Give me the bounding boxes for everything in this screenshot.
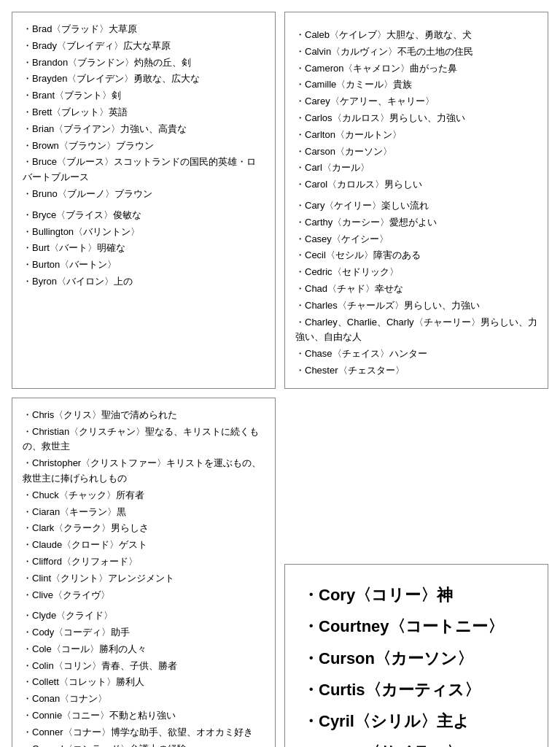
list-item: Cecil〈セシル〉障害のある [295, 247, 537, 264]
list-item: Conner〈コナー〉博学な助手、欲望、オオカミ好き [23, 724, 265, 741]
list-item: Cory〈コリー〉神 [303, 579, 530, 611]
list-item: Brayden〈ブレイデン〉勇敢な、広大な [23, 71, 265, 88]
list-item: Clark〈クラーク〉男らしさ [23, 520, 265, 537]
list-item: Caleb〈ケイレブ〉大胆な、勇敢な、犬 [295, 27, 537, 44]
list-item: Curtis〈カーティス〉 [303, 674, 530, 705]
list-item: Brian〈ブライアン〉力強い、高貴な [23, 121, 265, 138]
list-item: Conrad〈コンラッド〉弁護士の経験 [23, 741, 265, 747]
list-item: Bruce〈ブルース〉スコットランドの国民的英雄・ロバートブルース [23, 154, 265, 186]
card-c-names-intro: Caleb〈ケイレブ〉大胆な、勇敢な、犬Calvin〈カルヴィン〉不毛の土地の住… [284, 12, 548, 389]
b-names-list: Brad〈ブラッド〉大草原Brady〈ブレイディ〉広大な草原Brandon〈ブラ… [23, 21, 265, 290]
list-item: Curson〈カーソン〉 [303, 643, 530, 674]
list-item: Carol〈カロルス〉男らしい [295, 177, 537, 193]
list-item: Bullington〈バリントン〉 [23, 224, 265, 241]
list-item: Burt〈バート〉明確な [23, 240, 265, 257]
list-item: Brett〈ブレット〉英語 [23, 104, 265, 121]
list-item: Chuck〈チャック〉所有者 [23, 487, 265, 504]
list-item: Charley、Charlie、Charly〈チャーリー〉男らしい、力強い、自由… [295, 314, 537, 347]
list-item: Burton〈バートン〉 [23, 257, 265, 274]
list-item: Chad〈チャド〉幸せな [295, 281, 537, 298]
list-item: Cody〈コーディ〉助手 [23, 624, 265, 641]
list-item: Carthy〈カーシー〉愛想がよい [295, 214, 537, 231]
list-item: Byron〈バイロン〉上の [23, 274, 265, 290]
chris-names-list: Chris〈クリス〉聖油で清められたChristian〈クリスチャン〉聖なる、キ… [23, 407, 265, 747]
list-item: Christian〈クリスチャン〉聖なる、キリストに続くもの、救世主 [23, 424, 265, 456]
list-item: Calvin〈カルヴィン〉不毛の土地の住民 [295, 44, 537, 61]
card-chris-names: Chris〈クリス〉聖油で清められたChristian〈クリスチャン〉聖なる、キ… [12, 398, 276, 747]
list-item: Clifford〈クリフォード〉 [23, 554, 265, 570]
card-cory-names: Cory〈コリー〉神Courtney〈コートニー〉Curson〈カーソン〉Cur… [284, 564, 548, 747]
c-names-intro-list: Caleb〈ケイレブ〉大胆な、勇敢な、犬Calvin〈カルヴィン〉不毛の土地の住… [295, 27, 537, 379]
list-item: Chase〈チェイス〉ハンター [295, 346, 537, 363]
list-item: Clint〈クリント〉アレンジメント [23, 570, 265, 587]
list-item: Cole〈コール〉勝利の人々 [23, 641, 265, 658]
list-item: Bruno〈ブルーノ〉ブラウン [23, 186, 265, 203]
cory-names-list: Cory〈コリー〉神Courtney〈コートニー〉Curson〈カーソン〉Cur… [303, 579, 530, 747]
list-item: Carlos〈カルロス〉男らしい、力強い [295, 110, 537, 127]
list-item: Carl〈カール〉 [295, 160, 537, 177]
list-item: Carson〈カーソン〉 [295, 144, 537, 160]
list-item: Clyde〈クライド〉 [23, 608, 265, 624]
list-item: Christopher〈クリストファー〉キリストを運ぶもの、救世主に捧げられしも… [23, 455, 265, 487]
list-item: Ciaran〈キーラン〉黒 [23, 504, 265, 521]
list-item: Bryce〈ブライス〉俊敏な [23, 207, 265, 224]
list-item: Colin〈コリン〉青春、子供、勝者 [23, 658, 265, 675]
list-item: Chester〈チェスター〉 [295, 363, 537, 379]
list-item: Cary〈ケイリー〉楽しい流れ [295, 198, 537, 214]
card-b-names: Brad〈ブラッド〉大草原Brady〈ブレイディ〉広大な草原Brandon〈ブラ… [12, 12, 276, 389]
list-item: Conan〈コナン〉 [23, 691, 265, 708]
card-cory-area: Cory〈コリー〉神Courtney〈コートニー〉Curson〈カーソン〉Cur… [284, 398, 548, 747]
list-item: Collett〈コレット〉勝利人 [23, 674, 265, 691]
list-item: Courtney〈コートニー〉 [303, 611, 530, 642]
list-item: Cyril〈シリル〉主よ [303, 705, 530, 737]
list-item: Casey〈ケイシー〉 [295, 231, 537, 248]
list-item: Cameron〈キャメロン〉曲がった鼻 [295, 61, 537, 77]
list-item: Carlton〈カールトン〉 [295, 127, 537, 144]
list-item: Cyrus〈サイラス〉 [303, 737, 530, 747]
list-item: Connie〈コニー〉不動と粘り強い [23, 708, 265, 724]
list-item: Charles〈チャールズ〉男らしい、力強い [295, 298, 537, 314]
list-item: Brandon〈ブランドン〉灼熱の丘、剣 [23, 55, 265, 71]
list-item: Carey〈ケアリー、キャリー〉 [295, 93, 537, 110]
list-item: Camille〈カミール〉貴族 [295, 77, 537, 93]
list-item: Brant〈ブラント〉剣 [23, 88, 265, 104]
page-container: Brad〈ブラッド〉大草原Brady〈ブレイディ〉広大な草原Brandon〈ブラ… [0, 0, 560, 747]
list-item: Brady〈ブレイディ〉広大な草原 [23, 38, 265, 55]
list-item: Clive〈クライヴ〉 [23, 587, 265, 604]
list-item: Brad〈ブラッド〉大草原 [23, 21, 265, 38]
list-item: Claude〈クロード〉ゲスト [23, 537, 265, 554]
list-item: Brown〈ブラウン〉ブラウン [23, 138, 265, 155]
list-item: Chris〈クリス〉聖油で清められた [23, 407, 265, 424]
list-item: Cedric〈セドリック〉 [295, 264, 537, 281]
